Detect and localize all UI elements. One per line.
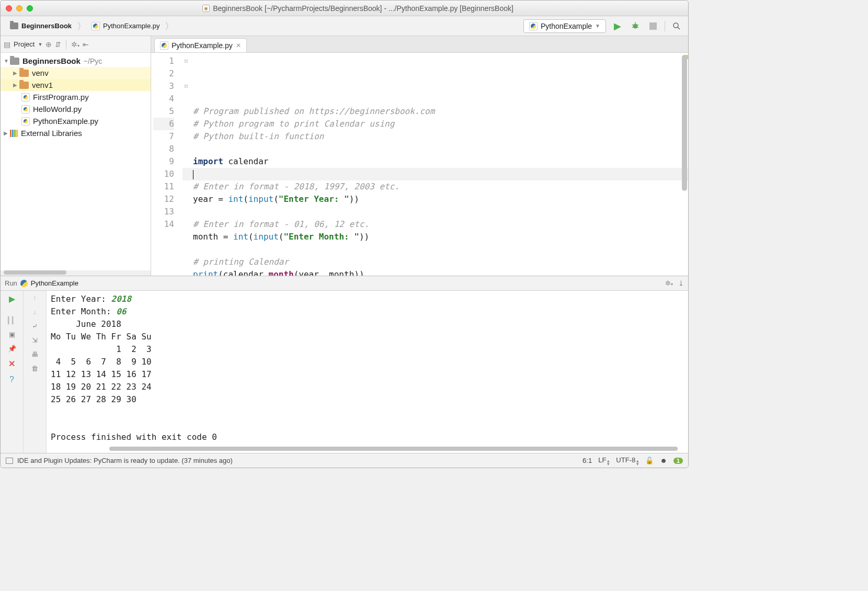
folder-icon xyxy=(10,58,19,65)
editor-tabs: PythonExample.py ✕ xyxy=(151,36,688,53)
python-file-icon xyxy=(529,22,538,30)
pause-button[interactable]: ▎▎ xyxy=(8,316,16,324)
minimize-window-button[interactable] xyxy=(16,5,22,12)
project-sidebar: ▤ Project▼ ⊕ ⇵ ✲▾ ⇤ ▼ BeginnersBook ~/Py… xyxy=(1,36,151,276)
editor-area: PythonExample.py ✕ 1234567891011121314 ⊟… xyxy=(151,36,688,276)
download-icon[interactable]: ⤓ xyxy=(678,279,684,287)
sidebar-scrollbar[interactable] xyxy=(1,270,151,276)
folder-icon xyxy=(19,70,29,77)
folder-icon xyxy=(19,82,29,89)
breadcrumb-separator: 〉 xyxy=(77,20,86,32)
maximize-window-button[interactable] xyxy=(27,5,33,12)
code-editor[interactable]: 1234567891011121314 ⊟# Program published… xyxy=(151,53,688,276)
console-output[interactable]: Enter Year: 2018 Enter Month: 06 June 20… xyxy=(47,291,688,453)
console-scrollbar[interactable] xyxy=(109,447,678,452)
tree-file[interactable]: FirstProgram.py xyxy=(1,91,151,103)
gear-icon[interactable]: ✲▾ xyxy=(665,279,673,287)
svg-point-6 xyxy=(673,23,678,28)
line-gutter: 1234567891011121314 xyxy=(151,53,182,276)
editor-scrollbar[interactable] xyxy=(682,55,687,191)
titlebar: ◉ BeginnersBook [~/PycharmProjects/Begin… xyxy=(1,1,688,16)
breadcrumb-project[interactable]: BeginnersBook xyxy=(6,20,76,32)
tree-item-label: External Libraries xyxy=(21,129,82,138)
svg-line-3 xyxy=(637,25,638,26)
event-badge[interactable]: 1 xyxy=(673,458,683,464)
project-view-icon: ▤ xyxy=(4,40,10,49)
window-controls xyxy=(6,5,33,12)
expand-arrow-icon[interactable]: ▶ xyxy=(4,130,10,136)
chevron-down-icon: ▼ xyxy=(595,23,600,29)
print-button[interactable]: 🖶 xyxy=(31,350,38,358)
run-mid-toolbar: ↑ ↓ ⤶ ⇲ 🖶 🗑 xyxy=(24,291,47,453)
target-icon[interactable]: ⊕ xyxy=(45,40,52,49)
expand-arrow-icon[interactable]: ▶ xyxy=(13,82,19,88)
caret-position[interactable]: 6:1 xyxy=(583,457,592,464)
tree-item-label: PythonExample.py xyxy=(33,117,98,126)
python-file-icon xyxy=(21,105,30,113)
python-file-icon xyxy=(21,117,30,126)
window-title-text: BeginnersBook [~/PycharmProjects/Beginne… xyxy=(213,4,513,13)
run-config-selector[interactable]: PythonExample ▼ xyxy=(523,19,606,33)
layout-button[interactable]: ▣ xyxy=(9,331,15,338)
project-tree[interactable]: ▼ BeginnersBook ~/Pyc ▶ venv ▶ venv1 xyxy=(1,53,151,270)
rerun-button[interactable]: ▶ xyxy=(9,294,15,304)
tree-file[interactable]: HelloWorld.py xyxy=(1,103,151,115)
bug-icon xyxy=(631,21,640,31)
close-button[interactable]: ✕ xyxy=(8,359,15,369)
run-config-name: PythonExample xyxy=(31,279,78,287)
up-button[interactable]: ↑ xyxy=(33,294,37,302)
search-button[interactable] xyxy=(670,20,683,32)
pin-button[interactable]: 📌 xyxy=(8,345,16,353)
help-button[interactable]: ? xyxy=(9,375,14,384)
breadcrumb-file-label: PythonExample.py xyxy=(103,22,159,30)
close-tab-icon[interactable]: ✕ xyxy=(236,42,241,49)
close-window-button[interactable] xyxy=(6,5,12,12)
file-encoding[interactable]: UTF-8▴▾ xyxy=(616,456,639,465)
sidebar-tool-label[interactable]: Project xyxy=(14,40,35,48)
line-separator[interactable]: LF▴▾ xyxy=(598,456,610,465)
lock-icon[interactable]: 🔓 xyxy=(645,457,654,464)
svg-line-2 xyxy=(632,25,633,26)
tree-external-libs[interactable]: ▶ External Libraries xyxy=(1,127,151,139)
code-body[interactable]: ⊟# Program published on https://beginner… xyxy=(182,53,688,276)
tree-item-label: HelloWorld.py xyxy=(33,105,82,113)
collapse-icon[interactable]: ⇵ xyxy=(55,40,61,49)
run-button[interactable]: ▶ xyxy=(611,20,624,32)
python-file-icon xyxy=(92,22,100,30)
down-button[interactable]: ↓ xyxy=(33,308,37,316)
hide-icon[interactable]: ⇤ xyxy=(83,40,89,49)
tree-folder-venv[interactable]: ▶ venv xyxy=(1,67,151,79)
hector-icon[interactable]: ☻ xyxy=(660,457,667,464)
ide-window: ◉ BeginnersBook [~/PycharmProjects/Begin… xyxy=(0,0,689,468)
debug-button[interactable] xyxy=(629,20,642,32)
scroll-button[interactable]: ⇲ xyxy=(32,336,38,344)
tree-root-path: ~/Pyc xyxy=(84,57,102,65)
gear-icon[interactable]: ✲▾ xyxy=(71,40,79,49)
tree-item-label: venv1 xyxy=(32,81,53,89)
svg-line-5 xyxy=(637,27,638,28)
stop-icon xyxy=(649,22,657,30)
wrap-button[interactable]: ⤶ xyxy=(32,322,38,330)
breadcrumb-file[interactable]: PythonExample.py xyxy=(87,20,164,32)
run-left-toolbar: ▶ ▎▎ ▣ 📌 ✕ ? xyxy=(1,291,24,453)
svg-point-0 xyxy=(633,24,638,28)
main-area: ▤ Project▼ ⊕ ⇵ ✲▾ ⇤ ▼ BeginnersBook ~/Py… xyxy=(1,36,688,276)
stop-button[interactable] xyxy=(647,20,659,32)
sidebar-toolbar: ▤ Project▼ ⊕ ⇵ ✲▾ ⇤ xyxy=(1,36,151,53)
editor-tab[interactable]: PythonExample.py ✕ xyxy=(154,38,247,52)
run-config-name: PythonExample xyxy=(541,22,592,30)
tree-file[interactable]: PythonExample.py xyxy=(1,115,151,127)
tree-folder-venv1[interactable]: ▶ venv1 xyxy=(1,79,151,91)
tree-item-label: FirstProgram.py xyxy=(33,93,89,101)
trash-button[interactable]: 🗑 xyxy=(31,365,38,372)
run-tool-window: Run PythonExample ✲▾ ⤓ ▶ ▎▎ ▣ 📌 ✕ ? ↑ ↓ … xyxy=(1,276,688,453)
app-icon: ◉ xyxy=(202,5,210,12)
message-icon[interactable] xyxy=(6,458,13,464)
python-file-icon xyxy=(21,93,30,101)
window-title: ◉ BeginnersBook [~/PycharmProjects/Begin… xyxy=(33,4,683,13)
tree-root[interactable]: ▼ BeginnersBook ~/Pyc xyxy=(1,55,151,67)
expand-arrow-icon[interactable]: ▼ xyxy=(4,58,10,64)
tree-item-label: venv xyxy=(32,69,49,77)
status-message[interactable]: IDE and Plugin Updates: PyCharm is ready… xyxy=(17,457,233,464)
expand-arrow-icon[interactable]: ▶ xyxy=(13,70,19,76)
